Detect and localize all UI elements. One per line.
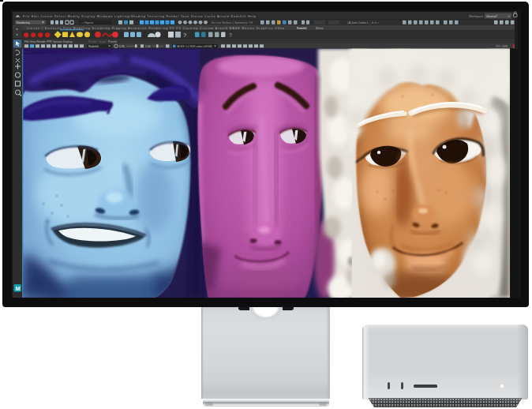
svg-text:0.90: 0.90: [119, 45, 125, 48]
svg-text:Bifrost: Bifrost: [316, 27, 324, 30]
svg-text:?: ?: [229, 32, 232, 38]
svg-text:⬢: ⬢: [44, 32, 50, 39]
svg-text:Rendering: Rendering: [17, 21, 30, 24]
svg-text:File Edit Create Select Modify: File Edit Create Select Modify Display W…: [23, 15, 256, 18]
svg-text:Redshift: Redshift: [297, 27, 306, 30]
svg-text:| Symmetry: Off: | Symmetry: Off: [233, 21, 253, 24]
svg-text:⬢: ⬢: [23, 32, 28, 39]
svg-text:IPR: 0MB: IPR: 0MB: [496, 45, 508, 48]
svg-text:⬢: ⬢: [37, 32, 43, 39]
svg-text:General*: General*: [486, 15, 498, 18]
svg-text:Panels: Panels: [108, 40, 117, 43]
svg-text:M: M: [16, 286, 21, 291]
svg-text:No Live Surface: No Live Surface: [212, 21, 232, 24]
svg-text:| A Juan Carlos L... ▾ ⊙: | A Juan Carlos L... ▾ ⊙ ⌕: [347, 21, 379, 24]
svg-text:+ Objects: + Objects: [81, 21, 93, 24]
svg-text:1.00: 1.00: [145, 45, 151, 48]
svg-text:ACES 1.0 SDR-video (sRGB): ACES 1.0 SDR-video (sRGB): [178, 45, 212, 48]
svg-text:Render Target: Render Target: [88, 40, 107, 43]
svg-text:✕: ✕: [508, 14, 510, 18]
svg-text:?: ?: [183, 32, 186, 39]
svg-text:Workspace:: Workspace:: [469, 15, 484, 18]
svg-text:File View Render IPR: File View Render IPR Options Display: [24, 40, 73, 43]
svg-text:Redshift: Redshift: [88, 45, 99, 48]
svg-text:⬢: ⬢: [30, 32, 36, 39]
